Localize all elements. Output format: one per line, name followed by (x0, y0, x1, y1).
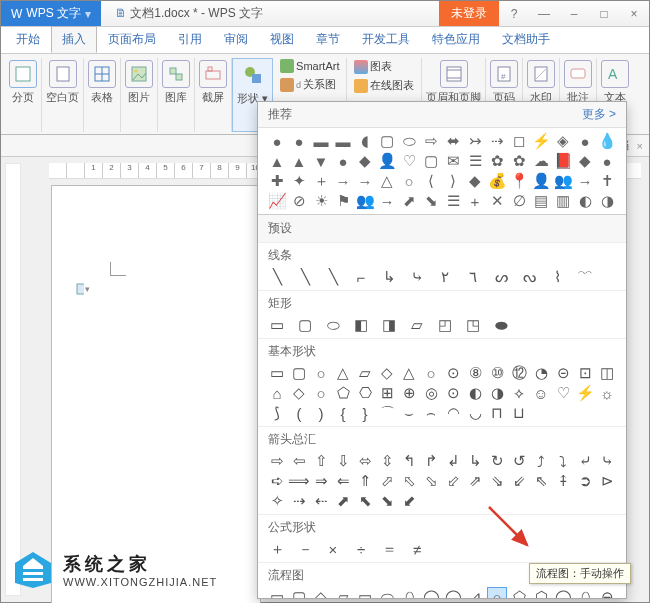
shape-item[interactable]: ☀ (312, 192, 330, 210)
tab-references[interactable]: 引用 (167, 26, 213, 53)
shape-item[interactable]: × (324, 540, 342, 558)
shape-item[interactable]: ⊡ (576, 364, 594, 382)
shape-item[interactable]: ◯ (444, 588, 462, 598)
shape-item[interactable]: ⊝ (554, 364, 572, 382)
shape-item[interactable]: ☼ (598, 384, 616, 402)
shape-item[interactable]: ⬋ (400, 492, 418, 510)
page-break-button[interactable]: 分页 (5, 58, 42, 132)
shape-item[interactable]: ⊔ (510, 404, 528, 422)
shape-item[interactable]: ⤶ (576, 452, 594, 470)
shape-item[interactable]: ⌐ (352, 268, 370, 286)
screenshot-button[interactable]: 截屏 (195, 58, 232, 132)
shape-item[interactable]: ⇖ (532, 472, 550, 490)
brand-chevron-icon[interactable]: ▾ (85, 7, 91, 21)
shape-item[interactable]: ▱ (408, 316, 426, 334)
table-button[interactable]: 表格 (84, 58, 121, 132)
shape-item[interactable]: ◈ (554, 132, 572, 150)
shape-item[interactable]: ◐ (576, 192, 594, 210)
shape-item[interactable]: ⟨ (422, 172, 440, 190)
shape-item[interactable]: ＝ (380, 540, 398, 558)
shape-item[interactable]: ✧ (268, 492, 286, 510)
shape-item[interactable]: ⟩ (444, 172, 462, 190)
shape-item[interactable]: ⎔ (356, 384, 374, 402)
shape-item[interactable]: 📕 (554, 152, 572, 170)
shape-item[interactable]: ✝ (598, 172, 616, 190)
shape-item[interactable]: ☰ (444, 192, 462, 210)
shape-item[interactable]: ▭ (268, 364, 286, 382)
tab-insert[interactable]: 插入 (51, 26, 97, 53)
maximize-button[interactable]: □ (589, 1, 619, 26)
chart-button[interactable]: 图表 (351, 58, 395, 75)
tab-devtools[interactable]: 开发工具 (351, 26, 421, 53)
shape-item[interactable]: ▢ (290, 364, 308, 382)
shape-item[interactable]: ⬡ (532, 588, 550, 598)
minimize-button[interactable]: – (559, 1, 589, 26)
shape-item[interactable]: ♡ (554, 384, 572, 402)
shape-item[interactable]: ⚡ (532, 132, 550, 150)
shape-item[interactable]: 💧 (598, 132, 616, 150)
shape-item[interactable]: ÷ (352, 540, 370, 558)
shape-item[interactable]: ⇐ (334, 472, 352, 490)
shape-item[interactable]: ▬ (334, 132, 352, 150)
shape-item[interactable]: ▢ (290, 588, 308, 598)
shape-item[interactable]: + (466, 192, 484, 210)
shape-item[interactable]: } (356, 404, 374, 422)
shape-item[interactable]: ⇙ (510, 472, 528, 490)
shape-item[interactable]: ⟹ (290, 472, 308, 490)
shape-item[interactable]: 👤 (378, 152, 396, 170)
shape-item[interactable]: ⊙ (444, 384, 462, 402)
shape-item[interactable]: ○ (312, 384, 330, 402)
shape-item[interactable]: ▬ (312, 132, 330, 150)
shape-item[interactable]: ╲ (268, 268, 286, 286)
shape-item[interactable]: ⊞ (378, 384, 396, 402)
tab-view[interactable]: 视图 (259, 26, 305, 53)
shape-item[interactable]: ⑧ (466, 364, 484, 382)
shape-item[interactable]: ╲ (296, 268, 314, 286)
shape-item[interactable]: ≠ (408, 540, 426, 558)
shape-item[interactable]: ○ (422, 364, 440, 382)
shape-item[interactable]: ◑ (488, 384, 506, 402)
shape-item[interactable]: △ (334, 364, 352, 382)
shape-item[interactable]: ◆ (576, 152, 594, 170)
shape-item[interactable]: ⬌ (444, 132, 462, 150)
shape-item[interactable]: ⇧ (312, 452, 330, 470)
shape-item[interactable]: ↻ (488, 452, 506, 470)
shape-item[interactable]: ⤉ (554, 472, 572, 490)
subbar-close-button[interactable]: × (637, 140, 643, 152)
shape-item[interactable]: ◇ (290, 384, 308, 402)
shape-item[interactable]: ▢ (296, 316, 314, 334)
shape-item[interactable]: － (296, 540, 314, 558)
shape-item[interactable]: ◯ (554, 588, 572, 598)
shape-item[interactable]: ◑ (598, 192, 616, 210)
shape-item[interactable]: ◆ (356, 152, 374, 170)
document-page[interactable]: ▾ (51, 185, 261, 603)
shape-item[interactable]: ⇘ (488, 472, 506, 490)
shape-item[interactable]: ✚ (268, 172, 286, 190)
shape-item[interactable]: ☁ (532, 152, 550, 170)
shape-item[interactable]: ⬯ (400, 588, 418, 598)
shape-item[interactable]: ▼ (312, 152, 330, 170)
shape-item[interactable]: ● (334, 152, 352, 170)
shape-item[interactable]: ♡ (400, 152, 418, 170)
shape-item[interactable]: 👥 (356, 192, 374, 210)
shape-item[interactable]: ▱ (356, 364, 374, 382)
smartart-button[interactable]: SmartArt (277, 58, 342, 74)
shape-item[interactable]: 👤 (532, 172, 550, 190)
shape-item[interactable]: ⚡ (576, 384, 594, 402)
shape-item[interactable]: ⊙ (444, 364, 462, 382)
login-button[interactable]: 未登录 (439, 1, 499, 26)
shape-item[interactable]: ⬊ (378, 492, 396, 510)
shape-item[interactable]: ⇒ (312, 472, 330, 490)
shape-item[interactable]: ＋ (312, 172, 330, 190)
gallery-button[interactable]: 图库 (158, 58, 195, 132)
shape-item[interactable]: ⬀ (378, 472, 396, 490)
shape-item[interactable]: △ (400, 364, 418, 382)
shape-item[interactable]: ▭ (268, 588, 286, 598)
shape-item[interactable]: ↳ (380, 268, 398, 286)
shape-item[interactable]: → (334, 172, 352, 190)
shape-item[interactable]: ◖ (356, 132, 374, 150)
tab-page-layout[interactable]: 页面布局 (97, 26, 167, 53)
blank-page-button[interactable]: 空白页 (42, 58, 84, 132)
shape-item[interactable]: ▱ (334, 588, 352, 598)
tab-chapter[interactable]: 章节 (305, 26, 351, 53)
